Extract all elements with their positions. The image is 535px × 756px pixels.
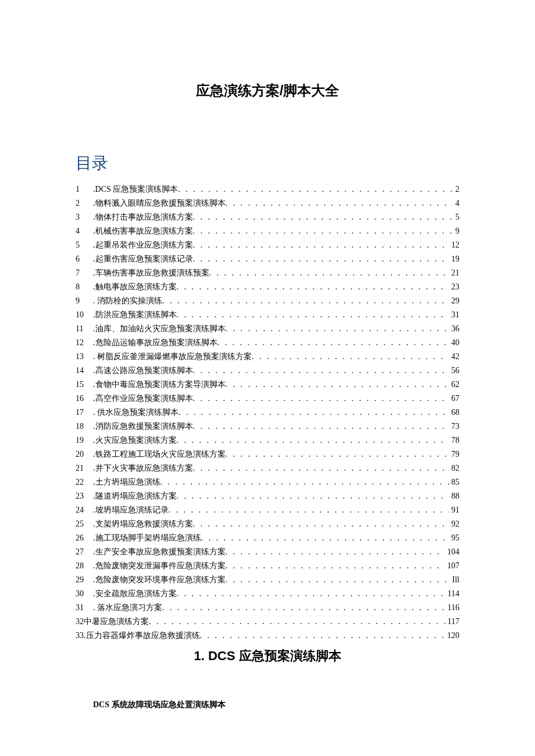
toc-item[interactable]: 29危险废物突发环境事件应急演练方案Ill	[76, 573, 459, 587]
toc-item-number: 27	[76, 545, 93, 559]
toc-item[interactable]: 19火灾应急预案演练方案78	[76, 433, 459, 447]
toc-item[interactable]: 12危险品运输事故应急预案演练脚本40	[76, 336, 459, 350]
toc-item-number: 26	[76, 531, 93, 545]
toc-item-label: 土方坍塌应急演练	[93, 475, 160, 489]
toc-item-number: 31	[76, 601, 93, 615]
toc-item-number: 14	[76, 364, 93, 378]
toc-item-page: 29	[449, 294, 459, 308]
toc-item-page: 82	[449, 461, 459, 475]
toc-item-page: 79	[449, 447, 459, 461]
toc-item-page: 107	[445, 559, 459, 573]
toc-item-page: 92	[449, 517, 459, 531]
toc-item-number: 19	[76, 433, 93, 447]
toc-leader-dots	[252, 350, 449, 364]
toc-leader-dots	[193, 252, 450, 266]
toc-item[interactable]: 5起重吊装作业应急演练方案12	[76, 238, 459, 252]
toc-item-number: 22	[76, 475, 93, 489]
toc-item-label: 铁路工程施工现场火灾应急演练方案	[93, 447, 226, 461]
toc-leader-dots	[226, 573, 450, 587]
toc-item-page: 2	[453, 182, 459, 196]
toc-leader-dots	[177, 489, 450, 503]
toc-leader-dots	[162, 294, 449, 308]
toc-item-label: 触电事故应急演练方案	[93, 280, 177, 294]
toc-item-page: 114	[445, 587, 459, 601]
toc-item-label: 危险废物突发环境事件应急演练方案	[93, 573, 226, 587]
toc-item-page: 62	[449, 378, 459, 392]
toc-item-number: 4	[76, 224, 93, 238]
toc-item-number: 8	[76, 280, 93, 294]
toc-item-number: 30	[76, 587, 93, 601]
toc-item[interactable]: 16高空作业应急预案演练脚本67	[76, 392, 459, 406]
toc-item-page: 23	[449, 280, 459, 294]
toc-item-page: 42	[449, 350, 459, 364]
toc-item[interactable]: 31 落水应急演习方案116	[76, 601, 459, 615]
toc-item[interactable]: 15食物中毒应急预案演练方案导演脚本62	[76, 378, 459, 392]
toc-item[interactable]: 21井下火灾事故应急演练方案82	[76, 461, 459, 475]
toc-item[interactable]: 6起重伤害应急预案演练记录19	[76, 252, 459, 266]
toc-item[interactable]: 25支架坍塌应急救援演练方案92	[76, 517, 459, 531]
toc-item-number: 11	[76, 322, 93, 336]
toc-item-number: 21	[76, 461, 93, 475]
toc-item[interactable]: 20铁路工程施工现场火灾应急演练方案79	[76, 447, 459, 461]
toc-item-page: 95	[449, 531, 459, 545]
toc-item-page: 116	[445, 601, 459, 615]
toc-item[interactable]: 30安全疏散应急演练方案114	[76, 587, 459, 601]
toc-item-label: 生产安全事故应急救援预案演练方案	[93, 545, 226, 559]
toc-leader-dots	[193, 364, 450, 378]
section-heading: 1. DCS 应急预案演练脚本	[76, 647, 459, 665]
toc-item-page: 85	[449, 475, 459, 489]
toc-item-number: 9	[76, 294, 93, 308]
toc-item[interactable]: 4机械伤害事故应急演练方案9	[76, 224, 459, 238]
toc-item-label: 高速公路应急预案演练脚本	[93, 364, 193, 378]
toc-item[interactable]: 3物体打击事故应急演练方案5	[76, 210, 459, 224]
toc-item-label: 树脂反应釜泄漏爆燃事故应急预案演练方案	[93, 350, 252, 364]
toc-item[interactable]: 8触电事故应急演练方案23	[76, 280, 459, 294]
toc-leader-dots	[177, 308, 450, 322]
toc-item[interactable]: 13 树脂反应釜泄漏爆燃事故应急预案演练方案 42	[76, 350, 459, 364]
toc-item[interactable]: 22土方坍塌应急演练85	[76, 475, 459, 489]
body-paragraph: DCS 系统故障现场应急处置演练脚本	[76, 700, 459, 710]
toc-item-number: 23	[76, 489, 93, 503]
toc-item-number: 1	[76, 182, 93, 196]
toc-item-page: Ill	[450, 573, 459, 587]
toc-item[interactable]: 24坡坍塌应急演练记录91	[76, 503, 459, 517]
toc-item[interactable]: 7车辆伤害事故应急救援演练预案21	[76, 266, 459, 280]
toc-item[interactable]: 2物料溅入眼睛应急救援预案演练脚本4	[76, 196, 459, 210]
toc-item[interactable]: 32中暑应急演练方案117	[76, 615, 459, 629]
toc-item-page: 78	[449, 433, 459, 447]
toc-item-label: 物体打击事故应急演练方案	[93, 210, 193, 224]
toc-item[interactable]: 17 供水应急预案演练脚本 68	[76, 406, 459, 420]
toc-item[interactable]: 14高速公路应急预案演练脚本56	[76, 364, 459, 378]
toc-item-page: 31	[449, 308, 459, 322]
toc-item-label: 支架坍塌应急救援演练方案	[93, 517, 193, 531]
toc-leader-dots	[177, 587, 445, 601]
toc-leader-dots	[177, 280, 450, 294]
toc-item[interactable]: 26施工现场脚手架坍塌应急演练95	[76, 531, 459, 545]
toc-item[interactable]: 11油库、加油站火灾应急预案演练脚本36	[76, 322, 459, 336]
toc-item[interactable]: 23隧道坍塌应急演练方案88	[76, 489, 459, 503]
toc-item-number: 6	[76, 252, 93, 266]
toc-item[interactable]: 18消防应急救援预案演练脚本73	[76, 420, 459, 433]
toc-item[interactable]: 33.压力容器爆炸事故应急救援演练120	[76, 629, 459, 643]
toc-item-label: 消防栓的实操演练	[93, 294, 162, 308]
toc-item-page: 21	[449, 266, 459, 280]
document-title: 应急演练方案/脚本大全	[76, 81, 459, 100]
toc-leader-dots	[226, 545, 445, 559]
toc-item-number: 25	[76, 517, 93, 531]
toc-item-number: 15	[76, 378, 93, 392]
toc-item-number: 28	[76, 559, 93, 573]
toc-item-page: 117	[445, 615, 459, 629]
toc-item-label: 防洪应急预案演练脚本	[93, 308, 177, 322]
toc-item[interactable]: 28危险废物突发泄漏事件应急演练方案107	[76, 559, 459, 573]
toc-item-number: 12	[76, 336, 93, 350]
toc-item[interactable]: 9 消防栓的实操演练 29	[76, 294, 459, 308]
toc-item-page: 12	[449, 238, 459, 252]
toc-leader-dots	[193, 392, 450, 406]
toc-item-page: 19	[449, 252, 459, 266]
toc-item-number: 7	[76, 266, 93, 280]
toc-item[interactable]: 1DCS 应急预案演练脚本2	[76, 182, 459, 196]
toc-item[interactable]: 27生产安全事故应急救援预案演练方案104	[76, 545, 459, 559]
toc-item[interactable]: 10防洪应急预案演练脚本31	[76, 308, 459, 322]
toc-item-page: 104	[445, 545, 459, 559]
toc-leader-dots	[162, 601, 445, 615]
